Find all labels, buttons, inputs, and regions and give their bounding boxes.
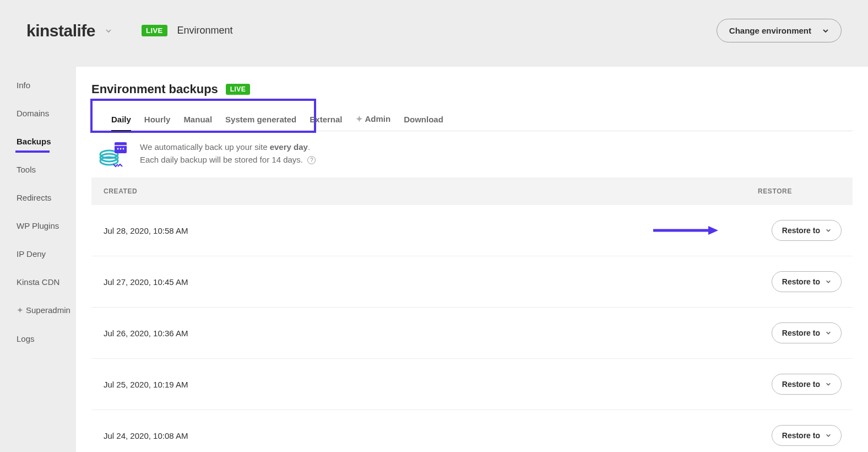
table-row: Jul 28, 2020, 10:58 AMRestore to — [91, 205, 853, 256]
backup-calendar-icon — [98, 141, 128, 168]
tab-manual[interactable]: Manual — [183, 109, 212, 131]
created-cell: Jul 25, 2020, 10:19 AM — [104, 380, 188, 389]
change-environment-label: Change environment — [729, 26, 811, 35]
tab-external[interactable]: External — [310, 109, 342, 131]
change-environment-button[interactable]: Change environment — [717, 19, 842, 42]
page-title: Environment backups — [91, 82, 218, 96]
chevron-down-icon — [822, 28, 829, 34]
restore-to-label: Restore to — [782, 329, 820, 337]
sidebar-item-logs[interactable]: Logs — [17, 329, 76, 349]
topbar: kinstalife LIVE Environment Change envir… — [0, 0, 868, 67]
help-icon[interactable]: ? — [307, 156, 316, 164]
sidebar-item-label: WP Plugins — [17, 221, 59, 230]
page-title-row: Environment backups LIVE — [91, 82, 853, 96]
info-banner: We automatically back up your site every… — [91, 141, 853, 177]
restore-to-label: Restore to — [782, 380, 820, 389]
info-line1-b: every day — [270, 142, 308, 152]
restore-to-button[interactable]: Restore to — [772, 322, 842, 343]
sidebar-item-label: Domains — [17, 109, 49, 118]
site-dropdown-chevron-icon[interactable] — [105, 28, 112, 34]
table-body: Jul 28, 2020, 10:58 AMRestore toJul 27, … — [91, 205, 853, 452]
tab-label: Admin — [365, 114, 391, 123]
sidebar-item-label: IP Deny — [17, 249, 46, 259]
table-row: Jul 27, 2020, 10:45 AMRestore to — [91, 256, 853, 308]
table-header: CREATED RESTORE — [91, 177, 853, 205]
sidebar-item-tools[interactable]: Tools — [17, 159, 76, 180]
svg-rect-3 — [115, 142, 127, 153]
tab-label: Manual — [183, 115, 212, 124]
chevron-down-icon — [826, 228, 831, 233]
sidebar-item-label: Superadmin — [26, 305, 70, 315]
live-badge: LIVE — [142, 25, 167, 36]
tab-label: External — [310, 115, 342, 124]
restore-to-label: Restore to — [782, 277, 820, 286]
svg-point-5 — [117, 148, 119, 150]
restore-to-label: Restore to — [782, 226, 820, 235]
sidebar-item-label: Info — [17, 80, 30, 90]
sidebar: InfoDomainsBackupsToolsRedirectsWP Plugi… — [0, 67, 76, 357]
page-live-badge: LIVE — [226, 84, 250, 95]
info-line2: Each daily backup will be stored for 14 … — [140, 155, 303, 164]
tab-label: System generated — [225, 115, 296, 124]
chevron-down-icon — [826, 279, 831, 284]
sidebar-item-label: Redirects — [17, 193, 51, 202]
tab-hourly[interactable]: Hourly — [144, 109, 171, 131]
created-cell: Jul 26, 2020, 10:36 AM — [104, 329, 188, 338]
chevron-down-icon — [826, 433, 831, 438]
created-cell: Jul 27, 2020, 10:45 AM — [104, 277, 188, 287]
environment-label: Environment — [177, 25, 233, 36]
restore-to-button[interactable]: Restore to — [772, 220, 842, 241]
info-line1-a: We automatically back up your site — [140, 142, 270, 152]
sidebar-item-label: Tools — [17, 165, 36, 174]
col-restore: RESTORE — [758, 187, 792, 195]
tab-download[interactable]: Download — [404, 109, 443, 131]
sidebar-item-domains[interactable]: Domains — [17, 103, 76, 123]
wand-icon: ✦ — [356, 114, 363, 123]
wand-icon: ✦ — [17, 305, 24, 315]
sidebar-item-redirects[interactable]: Redirects — [17, 187, 76, 208]
sidebar-item-kinsta-cdn[interactable]: Kinsta CDN — [17, 272, 76, 292]
table-row: Jul 24, 2020, 10:08 AMRestore to — [91, 410, 853, 452]
sidebar-item-wp-plugins[interactable]: WP Plugins — [17, 216, 76, 236]
chevron-down-icon — [826, 330, 831, 336]
sidebar-item-label: Backups — [17, 137, 51, 146]
restore-to-label: Restore to — [782, 431, 820, 440]
main-panel: Environment backups LIVE DailyHourlyManu… — [76, 67, 868, 452]
col-created: CREATED — [104, 187, 137, 195]
sidebar-item-ip-deny[interactable]: IP Deny — [17, 244, 76, 264]
svg-point-7 — [123, 148, 124, 150]
info-text: We automatically back up your site every… — [140, 141, 316, 166]
annotation-arrow-icon — [653, 225, 719, 236]
restore-to-button[interactable]: Restore to — [772, 374, 842, 395]
backup-tabs: DailyHourlyManualSystem generatedExterna… — [91, 109, 853, 131]
chevron-down-icon — [826, 381, 831, 387]
info-line1-c: . — [308, 142, 310, 152]
tab-daily[interactable]: Daily — [111, 109, 131, 131]
restore-to-button[interactable]: Restore to — [772, 271, 842, 292]
sidebar-item-backups[interactable]: Backups — [17, 131, 76, 152]
tab-system-generated[interactable]: System generated — [225, 109, 296, 131]
created-cell: Jul 24, 2020, 10:08 AM — [104, 431, 188, 440]
sidebar-item-label: Kinsta CDN — [17, 277, 59, 287]
svg-point-6 — [120, 148, 122, 150]
created-cell: Jul 28, 2020, 10:58 AM — [104, 226, 188, 235]
table-row: Jul 26, 2020, 10:36 AMRestore to — [91, 308, 853, 359]
sidebar-item-info[interactable]: Info — [17, 75, 76, 95]
tab-label: Daily — [111, 115, 131, 124]
sidebar-item-label: Logs — [17, 334, 35, 343]
restore-to-button[interactable]: Restore to — [772, 425, 842, 446]
table-row: Jul 25, 2020, 10:19 AMRestore to — [91, 359, 853, 410]
tab-label: Download — [404, 115, 443, 124]
tab-label: Hourly — [144, 115, 171, 124]
site-name[interactable]: kinstalife — [26, 21, 95, 40]
tab-admin[interactable]: ✦Admin — [356, 109, 391, 131]
sidebar-item-superadmin[interactable]: ✦Superadmin — [17, 300, 76, 321]
topbar-left: kinstalife LIVE Environment — [26, 21, 233, 40]
